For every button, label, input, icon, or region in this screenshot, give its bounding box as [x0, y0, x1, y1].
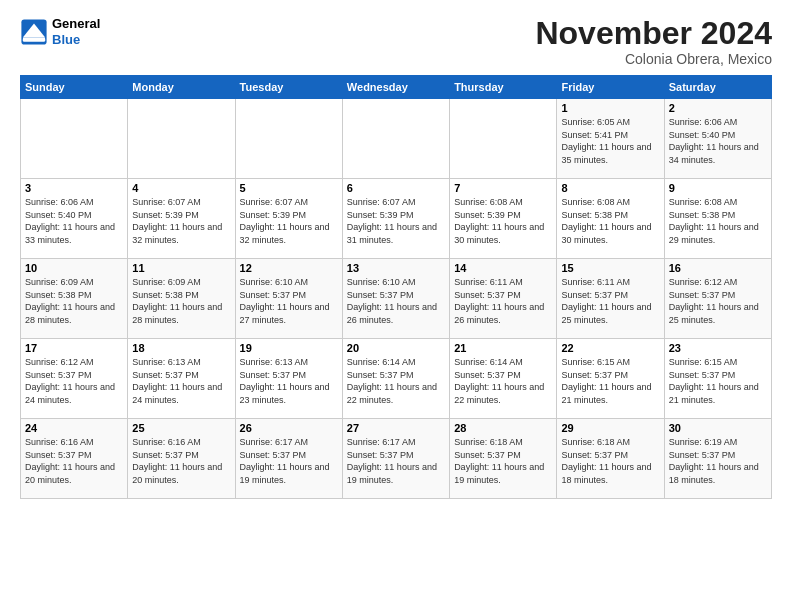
calendar-week-4: 17Sunrise: 6:12 AM Sunset: 5:37 PM Dayli…	[21, 339, 772, 419]
day-detail: Sunrise: 6:09 AM Sunset: 5:38 PM Dayligh…	[25, 276, 123, 326]
day-detail: Sunrise: 6:10 AM Sunset: 5:37 PM Dayligh…	[347, 276, 445, 326]
calendar-cell: 29Sunrise: 6:18 AM Sunset: 5:37 PM Dayli…	[557, 419, 664, 499]
day-number: 20	[347, 342, 445, 354]
day-detail: Sunrise: 6:17 AM Sunset: 5:37 PM Dayligh…	[240, 436, 338, 486]
calendar-cell: 11Sunrise: 6:09 AM Sunset: 5:38 PM Dayli…	[128, 259, 235, 339]
calendar-cell	[128, 99, 235, 179]
day-detail: Sunrise: 6:08 AM Sunset: 5:38 PM Dayligh…	[669, 196, 767, 246]
calendar-header-sunday: Sunday	[21, 76, 128, 99]
day-number: 24	[25, 422, 123, 434]
title-area: November 2024 Colonia Obrera, Mexico	[535, 16, 772, 67]
calendar-cell: 5Sunrise: 6:07 AM Sunset: 5:39 PM Daylig…	[235, 179, 342, 259]
calendar-week-2: 3Sunrise: 6:06 AM Sunset: 5:40 PM Daylig…	[21, 179, 772, 259]
calendar-week-5: 24Sunrise: 6:16 AM Sunset: 5:37 PM Dayli…	[21, 419, 772, 499]
calendar-cell: 14Sunrise: 6:11 AM Sunset: 5:37 PM Dayli…	[450, 259, 557, 339]
calendar-cell: 25Sunrise: 6:16 AM Sunset: 5:37 PM Dayli…	[128, 419, 235, 499]
main-title: November 2024	[535, 16, 772, 51]
day-number: 25	[132, 422, 230, 434]
calendar-cell: 23Sunrise: 6:15 AM Sunset: 5:37 PM Dayli…	[664, 339, 771, 419]
calendar-cell	[342, 99, 449, 179]
day-detail: Sunrise: 6:16 AM Sunset: 5:37 PM Dayligh…	[132, 436, 230, 486]
day-detail: Sunrise: 6:09 AM Sunset: 5:38 PM Dayligh…	[132, 276, 230, 326]
day-number: 16	[669, 262, 767, 274]
day-number: 28	[454, 422, 552, 434]
day-number: 5	[240, 182, 338, 194]
calendar-cell: 17Sunrise: 6:12 AM Sunset: 5:37 PM Dayli…	[21, 339, 128, 419]
day-detail: Sunrise: 6:17 AM Sunset: 5:37 PM Dayligh…	[347, 436, 445, 486]
day-detail: Sunrise: 6:05 AM Sunset: 5:41 PM Dayligh…	[561, 116, 659, 166]
calendar-week-1: 1Sunrise: 6:05 AM Sunset: 5:41 PM Daylig…	[21, 99, 772, 179]
day-detail: Sunrise: 6:12 AM Sunset: 5:37 PM Dayligh…	[25, 356, 123, 406]
calendar-cell	[21, 99, 128, 179]
header: General Blue November 2024 Colonia Obrer…	[20, 16, 772, 67]
day-detail: Sunrise: 6:18 AM Sunset: 5:37 PM Dayligh…	[454, 436, 552, 486]
day-number: 17	[25, 342, 123, 354]
calendar-week-3: 10Sunrise: 6:09 AM Sunset: 5:38 PM Dayli…	[21, 259, 772, 339]
day-detail: Sunrise: 6:14 AM Sunset: 5:37 PM Dayligh…	[347, 356, 445, 406]
day-detail: Sunrise: 6:12 AM Sunset: 5:37 PM Dayligh…	[669, 276, 767, 326]
calendar-cell: 21Sunrise: 6:14 AM Sunset: 5:37 PM Dayli…	[450, 339, 557, 419]
calendar-cell: 16Sunrise: 6:12 AM Sunset: 5:37 PM Dayli…	[664, 259, 771, 339]
day-number: 18	[132, 342, 230, 354]
day-detail: Sunrise: 6:11 AM Sunset: 5:37 PM Dayligh…	[454, 276, 552, 326]
calendar-cell	[450, 99, 557, 179]
calendar: SundayMondayTuesdayWednesdayThursdayFrid…	[20, 75, 772, 499]
day-number: 23	[669, 342, 767, 354]
day-number: 14	[454, 262, 552, 274]
day-number: 27	[347, 422, 445, 434]
logo-icon	[20, 18, 48, 46]
day-detail: Sunrise: 6:15 AM Sunset: 5:37 PM Dayligh…	[669, 356, 767, 406]
day-number: 21	[454, 342, 552, 354]
day-detail: Sunrise: 6:08 AM Sunset: 5:39 PM Dayligh…	[454, 196, 552, 246]
day-number: 8	[561, 182, 659, 194]
calendar-cell: 13Sunrise: 6:10 AM Sunset: 5:37 PM Dayli…	[342, 259, 449, 339]
day-detail: Sunrise: 6:10 AM Sunset: 5:37 PM Dayligh…	[240, 276, 338, 326]
calendar-header-tuesday: Tuesday	[235, 76, 342, 99]
logo-line1: General	[52, 16, 100, 32]
calendar-header-wednesday: Wednesday	[342, 76, 449, 99]
page: General Blue November 2024 Colonia Obrer…	[0, 0, 792, 612]
calendar-header-row: SundayMondayTuesdayWednesdayThursdayFrid…	[21, 76, 772, 99]
day-detail: Sunrise: 6:06 AM Sunset: 5:40 PM Dayligh…	[669, 116, 767, 166]
day-number: 12	[240, 262, 338, 274]
day-detail: Sunrise: 6:14 AM Sunset: 5:37 PM Dayligh…	[454, 356, 552, 406]
day-detail: Sunrise: 6:06 AM Sunset: 5:40 PM Dayligh…	[25, 196, 123, 246]
day-detail: Sunrise: 6:13 AM Sunset: 5:37 PM Dayligh…	[240, 356, 338, 406]
calendar-cell: 2Sunrise: 6:06 AM Sunset: 5:40 PM Daylig…	[664, 99, 771, 179]
day-detail: Sunrise: 6:16 AM Sunset: 5:37 PM Dayligh…	[25, 436, 123, 486]
logo-line2: Blue	[52, 32, 100, 48]
calendar-cell: 26Sunrise: 6:17 AM Sunset: 5:37 PM Dayli…	[235, 419, 342, 499]
calendar-cell: 24Sunrise: 6:16 AM Sunset: 5:37 PM Dayli…	[21, 419, 128, 499]
calendar-cell: 1Sunrise: 6:05 AM Sunset: 5:41 PM Daylig…	[557, 99, 664, 179]
day-number: 3	[25, 182, 123, 194]
calendar-header-saturday: Saturday	[664, 76, 771, 99]
calendar-header-monday: Monday	[128, 76, 235, 99]
calendar-cell: 8Sunrise: 6:08 AM Sunset: 5:38 PM Daylig…	[557, 179, 664, 259]
calendar-cell: 27Sunrise: 6:17 AM Sunset: 5:37 PM Dayli…	[342, 419, 449, 499]
calendar-cell: 3Sunrise: 6:06 AM Sunset: 5:40 PM Daylig…	[21, 179, 128, 259]
day-number: 2	[669, 102, 767, 114]
calendar-cell: 15Sunrise: 6:11 AM Sunset: 5:37 PM Dayli…	[557, 259, 664, 339]
logo-text: General Blue	[52, 16, 100, 47]
day-detail: Sunrise: 6:07 AM Sunset: 5:39 PM Dayligh…	[240, 196, 338, 246]
calendar-header-thursday: Thursday	[450, 76, 557, 99]
calendar-cell: 7Sunrise: 6:08 AM Sunset: 5:39 PM Daylig…	[450, 179, 557, 259]
logo: General Blue	[20, 16, 100, 47]
calendar-cell: 9Sunrise: 6:08 AM Sunset: 5:38 PM Daylig…	[664, 179, 771, 259]
day-number: 4	[132, 182, 230, 194]
day-number: 10	[25, 262, 123, 274]
calendar-cell: 20Sunrise: 6:14 AM Sunset: 5:37 PM Dayli…	[342, 339, 449, 419]
day-detail: Sunrise: 6:19 AM Sunset: 5:37 PM Dayligh…	[669, 436, 767, 486]
calendar-cell: 19Sunrise: 6:13 AM Sunset: 5:37 PM Dayli…	[235, 339, 342, 419]
day-detail: Sunrise: 6:15 AM Sunset: 5:37 PM Dayligh…	[561, 356, 659, 406]
calendar-cell	[235, 99, 342, 179]
day-number: 22	[561, 342, 659, 354]
day-detail: Sunrise: 6:13 AM Sunset: 5:37 PM Dayligh…	[132, 356, 230, 406]
calendar-cell: 28Sunrise: 6:18 AM Sunset: 5:37 PM Dayli…	[450, 419, 557, 499]
day-number: 26	[240, 422, 338, 434]
day-detail: Sunrise: 6:07 AM Sunset: 5:39 PM Dayligh…	[132, 196, 230, 246]
svg-rect-2	[23, 37, 45, 41]
day-number: 7	[454, 182, 552, 194]
calendar-cell: 22Sunrise: 6:15 AM Sunset: 5:37 PM Dayli…	[557, 339, 664, 419]
day-number: 19	[240, 342, 338, 354]
